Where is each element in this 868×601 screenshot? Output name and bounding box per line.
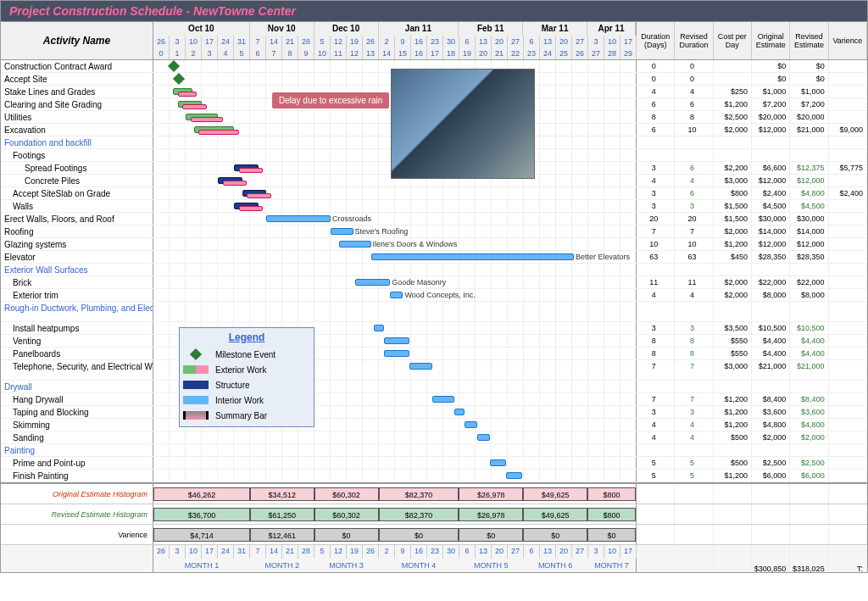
activity-name: Foundation and backfill (1, 136, 153, 148)
gantt-bar[interactable] (432, 396, 455, 403)
data-cell (637, 264, 675, 275)
data-cells: 88$2,500$20,000$20,000 (637, 111, 867, 123)
data-cell (829, 264, 867, 275)
milestone-icon (168, 60, 180, 72)
gantt-bar-revised[interactable] (239, 206, 264, 211)
data-cell: 4 (675, 289, 713, 301)
gantt-bar[interactable]: Ilene's Doors & Windows (339, 241, 371, 248)
gantt-bar[interactable]: Wood Concepts, Inc. (390, 292, 403, 298)
legend-item: Structure (183, 377, 310, 392)
data-cell: $12,000 (752, 124, 790, 136)
gantt-bar[interactable] (477, 434, 490, 441)
gantt-bar[interactable] (454, 409, 464, 415)
legend-label: Summary Bar (215, 411, 267, 420)
data-cell: $2,000 (714, 276, 752, 288)
gantt-bar[interactable]: Steve's Roofing (331, 228, 353, 235)
footer-day: 13 (476, 545, 492, 559)
data-cells: 6363$450$28,350$28,350 (637, 251, 867, 263)
timeline-cell (153, 444, 637, 456)
gantt-bar[interactable] (374, 325, 383, 331)
data-cell: 3 (637, 187, 675, 199)
footer-day: 7 (250, 545, 266, 559)
week-index: 12 (347, 47, 363, 59)
data-cell (829, 381, 867, 392)
footer-month: MONTH 5 (459, 559, 523, 572)
gantt-bar[interactable]: Crossroads (266, 215, 331, 222)
data-cell: $1,200 (714, 238, 752, 250)
data-cells: 44$2,000$8,000$8,000 (637, 289, 867, 301)
gantt-bar[interactable] (384, 337, 409, 344)
data-cell (829, 419, 867, 431)
week-index: 16 (411, 47, 427, 59)
data-cell: 11 (637, 276, 675, 288)
day-header: 31 (234, 36, 250, 47)
footer-day: 21 (282, 545, 298, 559)
legend-swatch-icon (183, 381, 209, 389)
data-cell: 20 (637, 213, 675, 225)
data-cell (752, 381, 790, 392)
gantt-bar-revised[interactable] (223, 181, 248, 186)
activity-name: Install heatpumps (1, 322, 153, 334)
gantt-bar[interactable] (384, 350, 409, 357)
histogram-bar: $61,250 (250, 508, 314, 521)
data-cell: 6 (675, 98, 713, 110)
histogram-bar: $82,370 (379, 487, 459, 501)
footer-day: 6 (524, 545, 540, 559)
gantt-bar-revised[interactable] (247, 193, 271, 198)
footer-day: 6 (459, 545, 476, 559)
data-cell (637, 149, 675, 161)
gantt-bar-revised[interactable] (182, 104, 207, 109)
data-cell: $1,200 (714, 98, 752, 110)
gantt-bar-revised[interactable] (191, 117, 223, 122)
activity-name: Erect Walls, Floors, and Roof (1, 213, 153, 225)
gantt-bar-revised[interactable] (239, 168, 264, 173)
legend-item: Summary Bar (183, 408, 310, 423)
legend-swatch-icon (183, 365, 209, 374)
data-cell (790, 136, 828, 148)
data-cell (752, 444, 790, 456)
activity-name: Telephone, Security, and Electrical Wiri… (1, 360, 153, 380)
timeline-cell (153, 187, 637, 199)
footer-day: 19 (347, 545, 363, 559)
timeline-cell: Steve's Roofing (153, 225, 637, 237)
data-cell (829, 251, 867, 263)
gantt-bar[interactable] (506, 472, 522, 479)
footer-month: MONTH 1 (153, 559, 250, 572)
day-header: 12 (331, 36, 347, 47)
data-cell: $1,500 (714, 213, 752, 225)
gantt-bar-revised[interactable] (178, 92, 198, 97)
gantt-bar[interactable] (465, 421, 477, 428)
data-cell (829, 276, 867, 288)
activity-name: Venting (1, 335, 153, 347)
day-header: 10 (186, 36, 202, 47)
data-cell: 0 (637, 73, 675, 85)
data-cell (714, 264, 752, 275)
original-histogram-label: Original Estimate Histogram (1, 484, 153, 504)
day-header: 17 (202, 36, 218, 47)
week-index: 1 (170, 47, 186, 59)
data-cell: $28,350 (752, 251, 790, 263)
data-cell: 7 (637, 360, 675, 380)
gantt-bar[interactable]: Goode Masonry (355, 279, 391, 286)
histogram-bar: $4,714 (153, 528, 250, 542)
gantt-bar[interactable] (490, 459, 506, 466)
gantt-bar[interactable]: Better Elevators (371, 253, 574, 260)
week-index: 11 (331, 47, 347, 59)
data-cell: 8 (675, 335, 713, 347)
data-cells: 44$250$1,000$1,000 (637, 86, 867, 97)
data-cell: 3 (675, 200, 713, 212)
footer-day: 24 (218, 545, 234, 559)
gantt-bar[interactable] (409, 363, 432, 370)
data-cell (829, 348, 867, 359)
footer-month: MONTH 6 (523, 559, 587, 572)
data-cell: $1,200 (714, 393, 752, 405)
gantt-bar-revised[interactable] (198, 130, 239, 135)
data-cell: $14,000 (752, 225, 790, 237)
activity-row: Rough-in Ductwork, Plumbing, and Electri… (1, 302, 867, 322)
data-cell: 6 (637, 124, 675, 136)
timeline-cell: Ilene's Doors & Windows (153, 238, 637, 250)
footer-day: 17 (202, 545, 218, 559)
data-cell: 4 (637, 289, 675, 301)
data-cell (675, 264, 713, 275)
column-header: Revised Duration (675, 22, 713, 59)
